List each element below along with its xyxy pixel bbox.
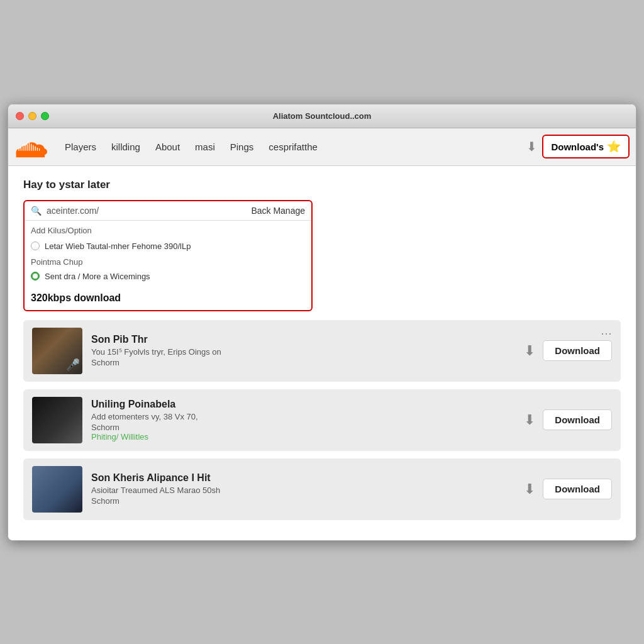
nav-killding[interactable]: killding — [104, 142, 148, 152]
logo — [14, 134, 47, 159]
main-content: Hay to ystar later 🔍 Back Manage Add Kil… — [8, 166, 636, 540]
item-source-2: Schorm — [91, 423, 515, 432]
nav-players[interactable]: Players — [57, 142, 104, 152]
title-bar: Aliatom Sountcloud..com — [8, 104, 636, 128]
downloads-starred-button[interactable]: Download's ⭐ — [542, 135, 630, 158]
dropdown-option-2-label: Sent dra / More a Wicemings — [45, 272, 150, 281]
item-thumbnail-2 — [32, 397, 82, 443]
list-item: Son Kheris Alipance I Hit Asioitar Treau… — [23, 458, 621, 520]
download-nav-icon[interactable]: ⬇ — [526, 139, 537, 154]
item-title-1: Son Pib Thr — [91, 334, 515, 345]
download-button-2[interactable]: Download — [543, 409, 612, 430]
svg-rect-5 — [16, 152, 45, 157]
item-actions-2: ⬇ Download — [524, 409, 612, 430]
svg-rect-12 — [31, 144, 31, 151]
downloads-button-label: Download's — [551, 142, 604, 152]
item-title-2: Uniling Poinabela — [91, 399, 515, 410]
item-source-3: Schorm — [91, 496, 515, 506]
download-arrow-icon-1: ⬇ — [524, 343, 535, 359]
dropdown-label-2: Pointma Chup — [31, 257, 305, 267]
back-manage-button[interactable]: Back Manage — [238, 206, 305, 216]
item-source-1: Schorm — [91, 358, 515, 367]
search-icon: 🔍 — [31, 206, 42, 216]
svg-rect-8 — [23, 144, 23, 150]
window-controls — [16, 112, 49, 120]
download-button-3[interactable]: Download — [543, 479, 612, 499]
download-arrow-icon-3: ⬇ — [524, 481, 535, 497]
app-window: Aliatom Sountcloud..com — [8, 104, 636, 541]
list-item: Uniling Poinabela Add etomenters vy, 38 … — [23, 389, 621, 451]
items-list: Son Pib Thr You 15I⁵ Fyolvls tryr, Erips… — [23, 320, 621, 520]
more-options-icon-1[interactable]: ⋯ — [601, 326, 612, 340]
item-info-2: Uniling Poinabela Add etomenters vy, 38 … — [91, 399, 515, 441]
nav-about[interactable]: About — [148, 142, 187, 152]
svg-rect-11 — [29, 143, 30, 151]
svg-rect-13 — [33, 145, 33, 151]
navbar: Players killding About masi Pings cespri… — [8, 128, 636, 166]
nav-pings[interactable]: Pings — [223, 142, 262, 152]
kbps-label: 320kbps download — [25, 289, 311, 310]
item-tag-2: Phiting/ Willitles — [91, 432, 515, 441]
item-thumbnail-1 — [32, 328, 82, 374]
svg-rect-14 — [35, 147, 36, 151]
item-actions-1: ⬇ Download — [524, 340, 612, 361]
nav-cesprifatthe[interactable]: cesprifatthe — [261, 142, 325, 152]
svg-rect-6 — [19, 148, 19, 151]
soundcloud-logo-icon — [14, 134, 47, 159]
maximize-button[interactable] — [41, 112, 49, 120]
svg-rect-10 — [27, 142, 28, 151]
item-info-3: Son Kheris Alipance I Hit Asioitar Treau… — [91, 472, 515, 506]
svg-rect-15 — [37, 148, 38, 151]
download-arrow-icon-2: ⬇ — [524, 412, 535, 428]
item-thumbnail-3 — [32, 466, 82, 513]
item-desc-3: Asioitar Treaumed ALS Marao 50sh — [91, 486, 515, 495]
download-button-1[interactable]: Download — [543, 340, 612, 361]
close-button[interactable] — [16, 112, 24, 120]
item-desc-2: Add etomenters vy, 38 Vx 70, — [91, 412, 515, 421]
item-info-1: Son Pib Thr You 15I⁵ Fyolvls tryr, Erips… — [91, 334, 515, 367]
dropdown-panel: Add Kilus/Option Letar Wieb Tautal-mher … — [25, 221, 311, 289]
search-dropdown-area: 🔍 Back Manage Add Kilus/Option Letar Wie… — [23, 200, 313, 311]
nav-right: ⬇ Download's ⭐ — [526, 135, 630, 158]
list-item: Son Pib Thr You 15I⁵ Fyolvls tryr, Erips… — [23, 320, 621, 382]
dropdown-option-1-label: Letar Wieb Tautal-mher Fehome 390/lLp — [45, 242, 191, 251]
search-bar: 🔍 Back Manage — [25, 201, 311, 221]
dropdown-label-1: Add Kilus/Option — [31, 226, 305, 235]
item-title-3: Son Kheris Alipance I Hit — [91, 472, 515, 484]
svg-rect-9 — [25, 143, 25, 150]
radio-option-2-active[interactable] — [31, 272, 40, 280]
nav-links: Players killding About masi Pings cespri… — [57, 142, 526, 152]
minimize-button[interactable] — [28, 112, 36, 120]
item-actions-3: ⬇ Download — [524, 479, 612, 499]
search-input[interactable] — [47, 206, 238, 216]
item-desc-1: You 15I⁵ Fyolvls tryr, Erips Oings on — [91, 347, 515, 357]
dropdown-option-1[interactable]: Letar Wieb Tautal-mher Fehome 390/lLp — [31, 239, 305, 253]
window-title: Aliatom Sountcloud..com — [273, 111, 372, 121]
svg-rect-7 — [21, 146, 21, 151]
star-icon: ⭐ — [607, 140, 621, 153]
section-title: Hay to ystar later — [23, 179, 621, 191]
svg-rect-16 — [39, 148, 40, 151]
nav-masi[interactable]: masi — [187, 142, 223, 152]
dropdown-option-2[interactable]: Sent dra / More a Wicemings — [31, 269, 305, 284]
radio-option-1[interactable] — [31, 242, 40, 250]
